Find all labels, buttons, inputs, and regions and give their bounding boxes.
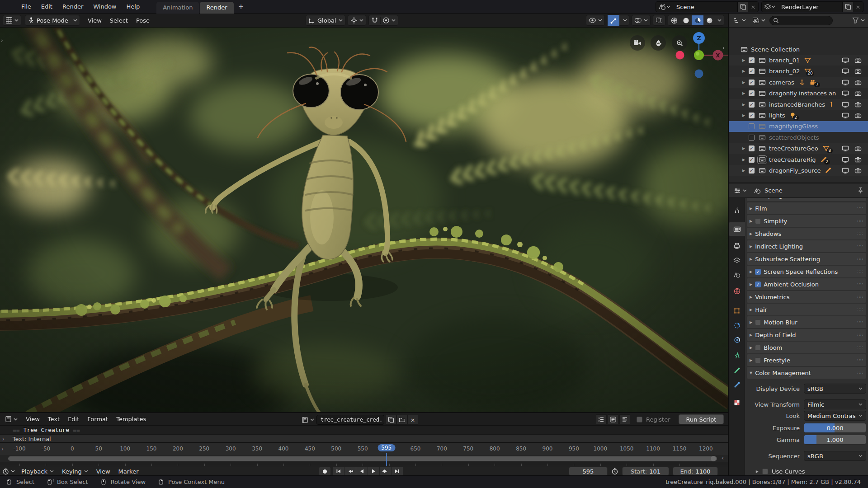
panel-drag-handle[interactable]: ∷∷ [858, 257, 863, 261]
outliner-item-name[interactable]: scatteredObjects [769, 134, 819, 141]
panel-drag-handle[interactable]: ∷∷ [858, 282, 863, 286]
axis-gizmo[interactable]: Z X [670, 28, 728, 83]
panel-simplify[interactable]: ▶Simplify∷∷ [747, 215, 866, 227]
panel-checkbox[interactable]: ✓ [755, 269, 761, 275]
outliner-item-name[interactable]: magnifyingGlass [769, 123, 818, 130]
disclosure-arrow-icon[interactable]: ▶ [742, 80, 749, 84]
stopwatch-icon[interactable] [611, 468, 618, 475]
play-button[interactable] [368, 467, 380, 476]
properties-tab-scene[interactable] [729, 268, 745, 282]
panel-disclosure-icon[interactable]: ▶ [750, 270, 752, 274]
sidebar-expand-arrow[interactable]: ‹ [722, 45, 725, 51]
snap-target-button[interactable] [348, 15, 366, 26]
monitor-icon[interactable] [842, 102, 849, 108]
disclosure-arrow-icon[interactable]: ▶ [742, 103, 749, 107]
camera-view-button[interactable] [630, 35, 645, 51]
panel-drag-handle[interactable]: ∷∷ [858, 345, 863, 350]
shading-rendered-icon[interactable] [703, 15, 715, 26]
panel-freestyle[interactable]: ▶Freestyle∷∷ [747, 354, 866, 366]
auto-key-button[interactable] [319, 467, 331, 476]
shading-solid-icon[interactable] [680, 15, 692, 26]
mode-selector[interactable]: Pose Mode [25, 15, 80, 26]
properties-tab-constraints[interactable] [729, 333, 745, 347]
properties-tab-tool[interactable] [729, 203, 745, 217]
collection-checkbox[interactable]: ✓ [749, 157, 755, 163]
outliner-row-dragonfly-source[interactable]: ▶✓dragonFly_source [729, 165, 868, 176]
panel-disclosure-icon[interactable]: ▼ [750, 371, 752, 375]
text-datablock-field[interactable]: tree_creature_cred.. [316, 415, 384, 425]
timeline-menu-keying[interactable]: Keying [58, 466, 92, 476]
renderlayer-selector[interactable]: RenderLayer × [761, 1, 863, 12]
disclosure-arrow-icon[interactable]: ▶ [742, 158, 749, 162]
monitor-icon[interactable] [842, 68, 849, 74]
text-menu-templates[interactable]: Templates [112, 413, 150, 425]
text-menu-edit[interactable]: Edit [64, 413, 83, 425]
text-editor-type-button[interactable] [3, 414, 20, 425]
collection-checkbox[interactable]: ✓ [749, 102, 755, 108]
outliner-row-lights[interactable]: ▶✓lights2 [729, 110, 868, 121]
scrollbar-collapse-arrow[interactable]: ‹ [722, 455, 724, 461]
outliner-row-dragonfly-instances-anin[interactable]: ▶✓dragonfly instances anin [729, 88, 868, 99]
outliner-item-name[interactable]: dragonfly instances anin [769, 90, 836, 97]
panel-disclosure-icon[interactable]: ▶ [750, 358, 752, 362]
topbar-menu-help[interactable]: Help [122, 0, 145, 14]
collection-checkbox[interactable]: ✓ [749, 145, 755, 151]
panel-drag-handle[interactable]: ∷∷ [858, 307, 863, 312]
use-curves-checkbox[interactable] [762, 469, 768, 474]
camera-restrict-icon[interactable] [854, 113, 862, 118]
camera-restrict-icon[interactable] [854, 80, 862, 85]
panel-drag-handle[interactable]: ∷∷ [858, 244, 863, 249]
pan-view-button[interactable] [651, 35, 666, 51]
text-copy-button[interactable] [386, 415, 396, 425]
outliner-row-treecreaturerig[interactable]: ▶✓treeCreatureRig2 [729, 154, 868, 165]
gizmo-group[interactable] [607, 15, 629, 26]
monitor-icon[interactable] [842, 90, 849, 96]
renderlayer-name[interactable]: RenderLayer [778, 4, 842, 10]
topbar-menu-window[interactable]: Window [88, 0, 121, 14]
panel-drag-handle[interactable]: ∷∷ [858, 358, 863, 362]
panel-drag-handle[interactable]: ∷∷ [858, 371, 863, 375]
monitor-icon[interactable] [842, 113, 849, 118]
panel-motion-blur[interactable]: ▶Motion Blur∷∷ [747, 316, 866, 328]
end-frame-field[interactable]: End:1100 [673, 467, 718, 476]
properties-tab-physics[interactable] [729, 319, 745, 332]
workspace-tab-render[interactable]: Render [200, 2, 233, 14]
text-menu-format[interactable]: Format [83, 413, 112, 425]
panel-shadows[interactable]: ▶Shadows∷∷ [747, 228, 866, 239]
camera-restrict-icon[interactable] [854, 57, 862, 63]
outliner-row-scatteredobjects[interactable]: scatteredObjects [729, 132, 868, 143]
panel-hair[interactable]: ▶Hair∷∷ [747, 304, 866, 315]
renderlayer-copy-button[interactable] [842, 2, 853, 12]
shading-wireframe-icon[interactable] [668, 15, 680, 26]
3d-viewport[interactable]: Z X › ‹ [0, 28, 728, 412]
playhead-line[interactable] [386, 453, 387, 467]
collection-checkbox[interactable]: ✓ [749, 57, 755, 63]
panel-disclosure-icon[interactable]: ▶ [750, 308, 752, 312]
disclosure-arrow-icon[interactable]: ▶ [742, 91, 749, 95]
panel-depth-of-field[interactable]: ▶Depth of Field∷∷ [747, 329, 866, 341]
outliner-display-mode-button[interactable] [750, 15, 768, 26]
outliner-row-magnifyingglass[interactable]: magnifyingGlass [729, 121, 868, 132]
outliner-search-input[interactable] [769, 16, 833, 25]
outliner-item-name[interactable]: branch_01 [769, 57, 800, 64]
collection-checkbox[interactable]: ✓ [749, 68, 755, 74]
collection-checkbox[interactable] [749, 123, 755, 129]
add-workspace-button[interactable]: + [235, 3, 248, 11]
monitor-icon[interactable] [842, 80, 849, 85]
panel-disclosure-icon[interactable]: ▶ [750, 346, 752, 350]
jump-start-button[interactable] [333, 467, 344, 476]
panel-disclosure-icon[interactable]: ▶ [750, 244, 752, 249]
shading-material-icon[interactable] [692, 15, 703, 26]
text-editor-content[interactable]: == Tree Creature == [0, 426, 728, 434]
timeline-expand-arrow[interactable]: › [1, 446, 4, 452]
timeline-menu-view[interactable]: View [92, 466, 114, 476]
outliner-root-name[interactable]: Scene Collection [751, 46, 800, 53]
outliner-filter-button[interactable] [850, 15, 867, 26]
text-open-button[interactable] [396, 415, 407, 425]
display-device-select[interactable]: sRGB [804, 384, 866, 394]
panel-disclosure-icon[interactable]: ▶ [750, 333, 752, 337]
topbar-menu-file[interactable]: File [16, 0, 36, 14]
monitor-icon[interactable] [842, 57, 849, 63]
panel-indirect-lighting[interactable]: ▶Indirect Lighting∷∷ [747, 240, 866, 252]
magnet-icon[interactable] [371, 17, 378, 24]
